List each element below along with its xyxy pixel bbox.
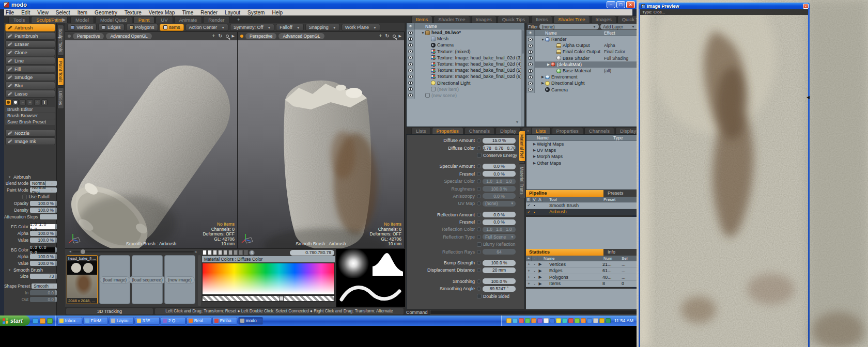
checkbox[interactable] — [477, 294, 482, 298]
poly-tip-button[interactable]: ✧ — [34, 99, 40, 105]
tray-icon[interactable] — [550, 318, 555, 323]
vertex-map-group-row[interactable]: ▶ Morph Maps — [526, 153, 639, 160]
tool-button[interactable]: Clone — [5, 49, 55, 56]
zoom-icon[interactable] — [226, 35, 229, 38]
select-plus-button[interactable]: + — [526, 281, 532, 286]
menu-item[interactable]: File — [2, 10, 18, 15]
workspace-tab[interactable]: Model Quad — [95, 16, 132, 23]
shader-row[interactable]: ▶ Environment — [526, 74, 639, 80]
procedural-tip-button[interactable]: ~ — [20, 99, 26, 105]
orbit-icon[interactable]: ↻ — [385, 33, 389, 39]
tray-icon[interactable] — [581, 318, 586, 323]
property-field[interactable]: 0.78 0.78 0.78 — [483, 145, 516, 151]
window-titlebar[interactable]: modo – □ × — [0, 0, 637, 9]
panel-tab[interactable]: Items — [411, 15, 432, 23]
viewport-canvas[interactable]: No Items Channels: 0 Deformers: OFF GL: … — [65, 40, 237, 248]
bg-alpha-field[interactable]: 100.0 % — [30, 254, 57, 259]
tool-button[interactable]: Image Ink — [5, 137, 55, 145]
color-value-field[interactable]: 0.780.780.78 — [290, 250, 334, 256]
tray-icon[interactable] — [593, 318, 598, 323]
tray-icon[interactable] — [606, 318, 611, 323]
pipeline-tab[interactable]: Pipeline — [526, 190, 603, 197]
load-image-slot[interactable]: (load image) — [99, 255, 130, 304]
color-swatch[interactable] — [234, 250, 238, 255]
tray-icon[interactable] — [556, 318, 561, 323]
paint-mode-select[interactable]: Normal Proj ...▼ — [30, 187, 57, 193]
deselect-minus-button[interactable]: - — [532, 269, 537, 273]
channel-knob-icon[interactable] — [477, 146, 481, 150]
soft-tip-button[interactable] — [5, 99, 11, 105]
panel-tab[interactable]: Channels — [584, 127, 614, 134]
tray-icon[interactable] — [575, 318, 580, 323]
channel-knob-icon[interactable] — [477, 201, 481, 206]
alpha-checker-slider[interactable] — [202, 295, 335, 302]
eye-cell[interactable] — [407, 80, 415, 86]
filter-select[interactable]: (none)▼ — [539, 24, 599, 29]
shader-row[interactable]: Base Material (all) — [526, 68, 639, 74]
brush-size-field[interactable]: 73 — [30, 274, 57, 279]
channel-knob-icon[interactable] — [477, 261, 481, 265]
eye-cell[interactable] — [407, 42, 415, 48]
eye-cell[interactable] — [407, 49, 415, 55]
workspace-tab[interactable]: Render — [203, 16, 229, 23]
channel-knob-icon[interactable] — [477, 179, 481, 183]
eye-cell[interactable] — [407, 36, 415, 42]
property-field[interactable]: Conserve Energy — [483, 152, 517, 158]
presets-tab[interactable]: Presets — [603, 190, 640, 197]
item-row[interactable]: (new item) — [407, 86, 524, 92]
shader-row[interactable]: ▼ Render — [526, 36, 639, 42]
eye-cell[interactable] — [407, 86, 415, 92]
pan-icon[interactable]: + — [212, 33, 215, 39]
panel-tab[interactable]: Lists — [411, 127, 431, 134]
menu-item[interactable]: Texture — [121, 10, 145, 15]
more-icon[interactable]: ▶ — [399, 34, 401, 38]
eye-cell[interactable] — [407, 67, 415, 73]
items-scrollbar[interactable] — [521, 29, 524, 127]
item-row[interactable]: ▼ head_06.lwo* — [407, 29, 524, 36]
property-field[interactable]: Blurry Reflection — [483, 242, 515, 247]
shader-row[interactable]: ▶ Directional Light — [526, 80, 639, 86]
vertex-map-group-row[interactable]: ▶ Other Maps — [526, 160, 639, 166]
more-icon[interactable]: ▶ — [232, 34, 235, 38]
property-field[interactable]: 0.0 % — [483, 193, 516, 199]
tray-icon[interactable] — [537, 318, 542, 323]
viewport-left[interactable]: Perspective Advanced OpenGL + ↻ ▶ — [65, 32, 238, 248]
restore-button[interactable]: □ — [616, 1, 625, 8]
menu-item[interactable]: Help — [268, 10, 286, 15]
info-tab[interactable]: Info — [603, 249, 640, 256]
scroll-left-icon[interactable]: ◀ — [807, 95, 810, 100]
property-field[interactable]: 100.0 % — [483, 260, 516, 266]
eye-cell[interactable] — [407, 73, 415, 80]
menu-item[interactable]: Edit — [18, 10, 34, 15]
color-swatch[interactable] — [203, 250, 207, 255]
quick-launch-icon[interactable] — [33, 318, 38, 324]
property-field[interactable]: 0.0 % — [483, 164, 516, 169]
item-row[interactable]: Directional Light — [407, 80, 524, 86]
star-tip-button[interactable]: ✦ — [27, 99, 33, 105]
eye-cell[interactable] — [407, 55, 415, 61]
menu-item[interactable]: Render — [197, 10, 221, 15]
task-button[interactable]: Real... — [187, 317, 211, 325]
shape-preset-select[interactable]: Smooth▼ — [32, 283, 58, 289]
property-field[interactable]: 1.0 1.0 1.0 — [483, 227, 516, 232]
task-button[interactable]: Layou... — [109, 317, 134, 325]
shading-mode-button[interactable]: Advanced OpenGL — [106, 33, 151, 39]
channel-knob-icon[interactable] — [477, 213, 481, 217]
channel-knob-icon[interactable] — [477, 279, 481, 283]
start-button[interactable]: start — [0, 316, 30, 326]
task-button[interactable]: FileM... — [83, 317, 108, 325]
tray-icon[interactable] — [531, 318, 536, 323]
color-swatch[interactable] — [244, 250, 248, 255]
shader-row[interactable]: Base Shader Full Shading — [526, 55, 639, 61]
color-swatch[interactable] — [208, 250, 212, 255]
eye-cell[interactable] — [526, 61, 535, 68]
panel-tab[interactable]: Channels — [464, 127, 494, 134]
channel-knob-icon[interactable] — [477, 164, 481, 168]
property-field[interactable]: Double Sided — [483, 293, 509, 299]
panel-tab[interactable]: Shader Tree — [553, 15, 590, 23]
select-plus-button[interactable]: + — [526, 269, 532, 273]
tool-category-tab[interactable]: Utilities — [57, 87, 64, 108]
task-button[interactable]: 3:\E... — [135, 317, 160, 325]
tool-button[interactable]: Paintbrush — [5, 32, 55, 40]
tool-category-tab[interactable]: Paint Tools — [57, 57, 64, 86]
